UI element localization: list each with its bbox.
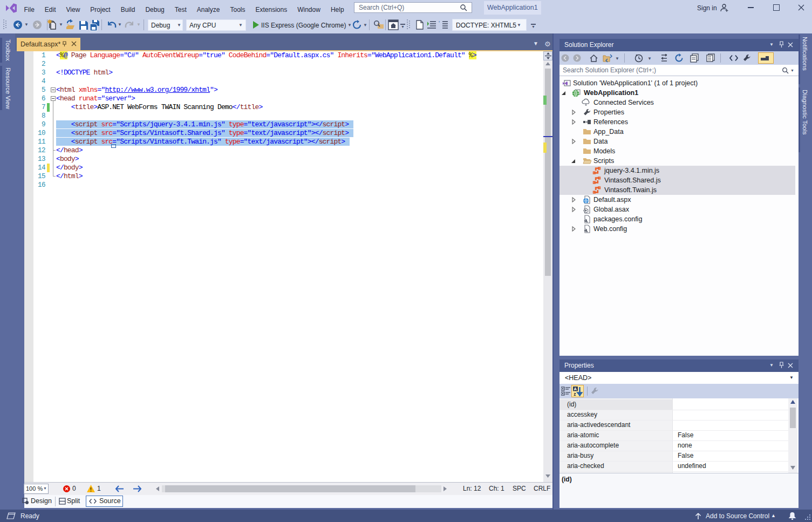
svg-text:A: A: [574, 387, 577, 391]
svg-text:z: z: [574, 391, 576, 396]
svg-text:': ': [439, 21, 440, 26]
